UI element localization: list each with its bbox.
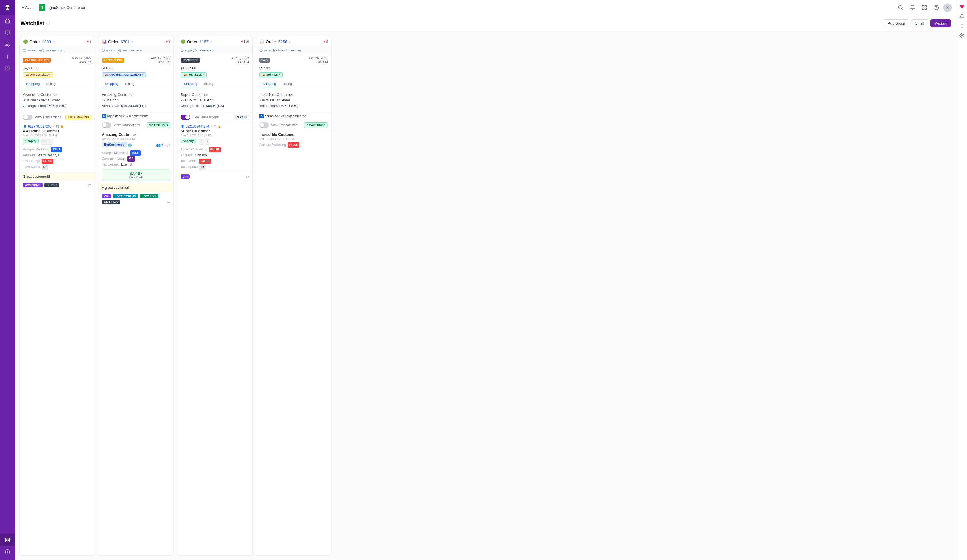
total-spend-label: Total Spend — [23, 164, 40, 170]
right-panel-list-icon[interactable] — [957, 21, 966, 30]
source-action-minus[interactable]: − — [199, 139, 204, 145]
customer-id[interactable]: 6221309444274 — [186, 125, 209, 128]
tag-add-icon[interactable]: 🏷 — [246, 175, 249, 179]
add-group-button[interactable]: Add Group — [884, 20, 909, 27]
info-icon[interactable]: ⓘ — [46, 21, 50, 26]
status-badge: PARTIAL REFUND — [23, 58, 51, 63]
card-fulfillment: 🚚 FULFILLED › — [177, 71, 252, 79]
medium-button[interactable]: Medium — [930, 20, 951, 27]
card-tags: VIP 🏷 — [177, 172, 252, 181]
sidebar-customers-icon[interactable] — [0, 39, 15, 51]
add-button[interactable]: + Add — [20, 4, 33, 11]
address-row: Address: Chicago, IL — [180, 153, 249, 158]
customer-group-label: Customer Group — [102, 156, 126, 162]
transactions-toggle[interactable] — [180, 115, 190, 120]
source-action-minus[interactable]: − — [41, 139, 47, 145]
shipping-tab[interactable]: Shipping — [23, 79, 43, 89]
right-panel-gear-icon[interactable] — [957, 31, 966, 40]
tax-exempt-label: Tax Exempt — [23, 158, 40, 164]
card-tabs: Shipping Billing — [177, 79, 252, 89]
address-line2: Texas, Texas 79731 (US) — [259, 103, 328, 109]
card-customer: Amazing Customer Oct 27, 2020 2:39:46 PM… — [99, 130, 173, 183]
customer-date: Oct 27, 2020 2:39:46 PM — [102, 137, 170, 140]
page-title: Watchlist — [20, 20, 44, 26]
billing-tab[interactable]: Billing — [122, 79, 138, 89]
svg-rect-16 — [925, 5, 927, 7]
billing-tab[interactable]: Billing — [43, 79, 59, 89]
customer-id[interactable]: 6127705817266 — [28, 125, 51, 128]
source-row: Shopify − + — [180, 138, 249, 145]
svg-point-7 — [7, 68, 8, 69]
heart-icon: ♥ — [241, 40, 243, 43]
sidebar — [0, 0, 15, 560]
search-icon-btn[interactable] — [896, 3, 906, 12]
card-status-row: PROCESSING Aug 12, 2022 3:56 PM — [99, 54, 173, 66]
order-number[interactable]: 5256 — [279, 40, 287, 44]
shipping-tab[interactable]: Shipping — [259, 79, 279, 89]
tag-vip: VIP — [180, 175, 190, 179]
order-number[interactable]: 1039 — [42, 40, 51, 44]
card-amount: $4,383.56 — [20, 66, 95, 71]
card-status-row: COMPLETE Aug 5, 2022 3:43 PM — [177, 54, 252, 66]
fulfillment-badge: 🚚 FULFILLED › — [180, 72, 207, 77]
order-number[interactable]: 1157 — [200, 40, 209, 44]
billing-tab[interactable]: Billing — [201, 79, 217, 89]
card-store-icon: 📊 — [102, 39, 107, 44]
shipping-tab[interactable]: Shipping — [180, 79, 201, 89]
notification-icon-btn[interactable] — [908, 3, 917, 12]
sidebar-home-icon[interactable] — [0, 15, 15, 27]
user-avatar[interactable] — [943, 3, 952, 12]
address-value: Miami Beach, FL — [37, 153, 61, 158]
sidebar-analytics-icon[interactable] — [0, 51, 15, 63]
source-badge: Shopify — [23, 138, 39, 143]
svg-point-23 — [102, 49, 105, 52]
right-panel-heart-icon[interactable] — [957, 2, 966, 11]
transactions-label: View Transactions — [192, 115, 233, 119]
source-action-plus[interactable]: + — [47, 139, 53, 145]
address-row: Address: Miami Beach, FL — [23, 153, 91, 158]
right-panel-bell-icon[interactable] — [957, 12, 966, 20]
sidebar-active-icon[interactable] — [0, 534, 15, 546]
shipping-tab[interactable]: Shipping — [102, 79, 122, 89]
source-row: Shopify − + — [23, 138, 91, 145]
accepts-marketing-row: Accepts Marketing FALSE — [180, 147, 249, 153]
accepts-marketing-row: Accepts Marketing FALSE — [259, 142, 328, 148]
order-number[interactable]: 6701 — [121, 40, 130, 44]
heart-number: 3 — [89, 40, 91, 43]
billing-tab[interactable]: Billing — [279, 79, 295, 89]
person-icon: 👥 — [156, 143, 160, 147]
sidebar-orders-icon[interactable] — [0, 27, 15, 39]
copy-icon: 📋 — [56, 125, 59, 128]
help-icon-btn[interactable] — [931, 3, 941, 12]
card-email: awesome@customer.com — [20, 47, 95, 54]
svg-rect-8 — [6, 538, 7, 540]
svg-rect-15 — [922, 5, 924, 7]
link-icon: ↗ — [210, 125, 212, 128]
source-action-plus[interactable]: + — [205, 139, 210, 145]
transactions-toggle[interactable] — [102, 122, 111, 128]
tag-add-icon[interactable]: 🏷 — [88, 183, 91, 188]
address-label: Address: — [23, 153, 36, 158]
card-order-label: Order: 5256 ↗ — [266, 40, 291, 44]
tag-add-icon[interactable]: 🏷 — [167, 200, 170, 204]
svg-rect-9 — [8, 538, 10, 540]
sidebar-zendesk-icon[interactable] — [0, 546, 15, 558]
customer-id-row: 👤 6127705817266 ↗ 📋 🔒 — [23, 125, 91, 128]
address-line1: 231 South LaSalle St. — [180, 97, 249, 103]
transactions-toggle[interactable] — [259, 122, 269, 128]
card-fulfillment: 🚚 AWAITING FULFILLMENT › — [99, 71, 173, 79]
card-1157: 🟢 Order: 1157 ↗ ♥ 156 super@customer.com… — [177, 36, 252, 556]
store-credit-box: $7,467 Store Credit — [102, 169, 170, 181]
address-line2: Chicago, Illinois 60606 (US) — [23, 103, 91, 109]
card-status-row: PARTIAL REFUND May 27, 2022 4:46 PM — [20, 54, 95, 66]
address-line1: 318 West Adams Street — [23, 97, 91, 103]
sidebar-logo[interactable] — [0, 0, 15, 15]
transactions-toggle[interactable] — [23, 115, 33, 120]
customer-group-value: VIP — [127, 156, 135, 161]
grid-icon-btn[interactable] — [919, 3, 929, 12]
plus-icon: + — [21, 5, 24, 10]
small-button[interactable]: Small — [911, 20, 928, 27]
fulfillment-badge: 🚚 UNFULFILLED › — [23, 72, 53, 77]
sidebar-settings-icon[interactable] — [0, 63, 15, 74]
customer-date: May 13, 2022 2:34:32 PM — [23, 134, 91, 137]
